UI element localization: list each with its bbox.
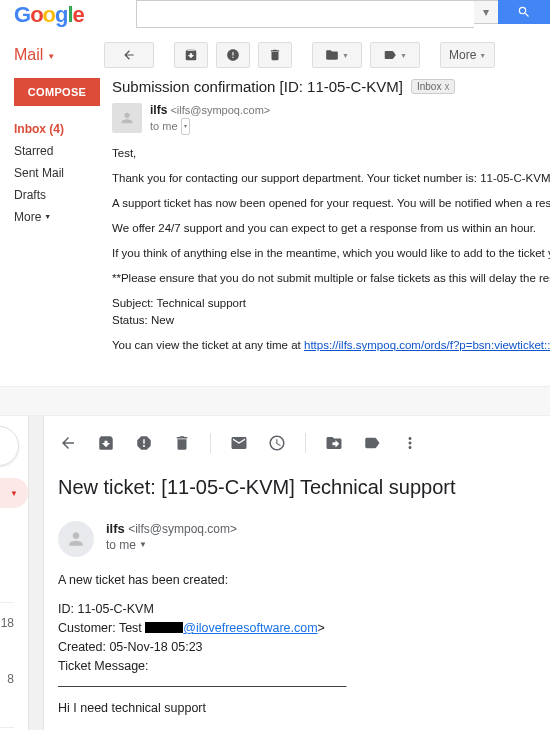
- labels-button[interactable]: ▼: [370, 42, 420, 68]
- trash-icon: [173, 434, 191, 452]
- search-bar: ▾: [136, 0, 550, 24]
- sender-name: ilfs: [150, 103, 167, 117]
- labels-button[interactable]: [362, 433, 382, 453]
- email-subject: Submission confirmation [ID: 11-05-C-KVM…: [112, 78, 403, 95]
- scrollbar-track[interactable]: [28, 416, 44, 730]
- nav-inbox[interactable]: Inbox (4): [14, 118, 104, 140]
- sender-name: ilfs: [106, 521, 125, 536]
- sender-avatar: [58, 521, 94, 557]
- more-button[interactable]: More▼: [440, 42, 495, 68]
- nav-starred[interactable]: Starred: [14, 140, 104, 162]
- view-ticket-link[interactable]: https://ilfs.sympoq.com/ords/f?p=bsn:vie…: [304, 339, 550, 351]
- archive-button[interactable]: [174, 42, 208, 68]
- mail-icon: [230, 434, 248, 452]
- chevron-down-icon: ▼: [139, 537, 147, 553]
- mail-menu[interactable]: Mail▼: [14, 46, 104, 64]
- nav-item[interactable]: d: [0, 512, 28, 540]
- recipient-label[interactable]: to me▾: [150, 118, 270, 135]
- search-input[interactable]: [136, 0, 474, 28]
- google-logo: Google: [14, 0, 84, 24]
- sender-avatar: [112, 103, 142, 133]
- chevron-down-icon: ▼: [10, 489, 18, 498]
- email-body: Test, Thank you for contacting our suppo…: [112, 145, 550, 354]
- delete-button[interactable]: [172, 433, 192, 453]
- back-arrow-icon: [59, 434, 77, 452]
- more-vert-icon: [401, 434, 419, 452]
- label-icon: [383, 48, 397, 62]
- label-icon: [363, 434, 381, 452]
- trash-icon: [268, 48, 282, 62]
- chevron-down-icon: ▼: [44, 207, 51, 227]
- nav-item[interactable]: a8: [0, 665, 28, 693]
- nav-inbox-collapsed[interactable]: ▼: [0, 478, 28, 508]
- nav-item[interactable]: ed: [0, 540, 28, 568]
- sender-email: <ilfs@sympoq.com>: [128, 522, 237, 536]
- search-button[interactable]: [498, 0, 550, 24]
- more-button[interactable]: [400, 433, 420, 453]
- back-arrow-icon: [122, 48, 136, 62]
- person-icon: [119, 110, 135, 126]
- spam-icon: [226, 48, 240, 62]
- nav-more[interactable]: More▼: [14, 206, 104, 228]
- compose-button[interactable]: ose: [0, 426, 19, 466]
- image-gap: [0, 386, 550, 416]
- spam-icon: [135, 434, 153, 452]
- archive-icon: [97, 434, 115, 452]
- email-body: A new ticket has been created: ID: 11-05…: [58, 571, 550, 730]
- recipient-label[interactable]: to me▼: [106, 537, 237, 553]
- nav-item[interactable]: tions: [0, 693, 28, 721]
- person-icon: [66, 529, 86, 549]
- moveto-button[interactable]: ▼: [312, 42, 362, 68]
- delete-button[interactable]: [258, 42, 292, 68]
- clock-icon: [268, 434, 286, 452]
- nav-sent[interactable]: Sent Mail: [14, 162, 104, 184]
- spam-button[interactable]: [216, 42, 250, 68]
- redacted-text: [145, 622, 183, 633]
- nav-item[interactable]: ories: [0, 637, 28, 665]
- archive-icon: [184, 48, 198, 62]
- folder-icon: [325, 48, 339, 62]
- customer-email-link[interactable]: @ilovefreesoftware.com: [183, 621, 317, 635]
- nav-drafts[interactable]: Drafts: [14, 184, 104, 206]
- back-button[interactable]: [58, 433, 78, 453]
- mark-unread-button[interactable]: [229, 433, 249, 453]
- snooze-button[interactable]: [267, 433, 287, 453]
- chevron-down-icon: ▼: [47, 52, 55, 61]
- email-subject: New ticket: [11-05-C-KVM] Technical supp…: [58, 476, 550, 499]
- nav-item[interactable]: ant: [0, 568, 28, 596]
- spam-button[interactable]: [134, 433, 154, 453]
- back-button[interactable]: [104, 42, 154, 68]
- search-icon: [517, 5, 531, 19]
- close-icon[interactable]: x: [444, 81, 449, 92]
- moveto-button[interactable]: [324, 433, 344, 453]
- nav-item[interactable]: 18: [0, 609, 28, 637]
- chevron-down-icon: ▾: [181, 118, 190, 135]
- compose-button[interactable]: COMPOSE: [14, 78, 100, 106]
- folder-move-icon: [325, 434, 343, 452]
- inbox-label-chip[interactable]: Inboxx: [411, 79, 455, 94]
- search-options-dropdown[interactable]: ▾: [474, 0, 498, 24]
- sender-email: <ilfs@sympoq.com>: [170, 104, 270, 116]
- archive-button[interactable]: [96, 433, 116, 453]
